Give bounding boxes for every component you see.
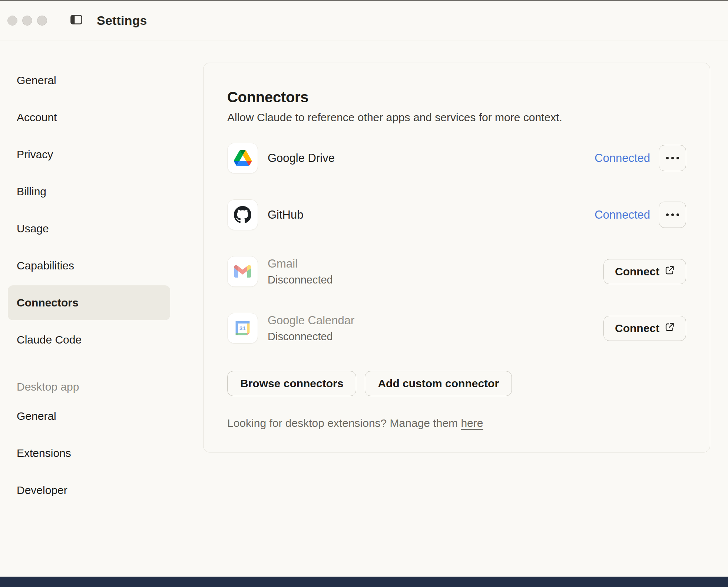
- connector-menu-button[interactable]: [659, 145, 686, 171]
- sidebar-item-account[interactable]: Account: [8, 100, 170, 135]
- titlebar: Settings: [0, 0, 728, 40]
- connect-button-label: Connect: [615, 265, 659, 278]
- desktop-extensions-note: Looking for desktop extensions? Manage t…: [227, 417, 686, 430]
- sidebar-item-usage[interactable]: Usage: [8, 211, 170, 246]
- connect-button[interactable]: Connect: [603, 259, 686, 284]
- connector-status: Disconnected: [268, 273, 333, 286]
- note-text: Looking for desktop extensions? Manage t…: [227, 417, 461, 429]
- sidebar-item-capabilities[interactable]: Capabilities: [8, 248, 170, 283]
- external-link-icon: [665, 322, 675, 335]
- google-calendar-icon: 31: [227, 313, 258, 344]
- minimize-icon[interactable]: [22, 16, 32, 26]
- settings-sidebar: General Account Privacy Billing Usage Ca…: [8, 63, 170, 510]
- sidebar-section-desktop-app: Desktop app: [8, 379, 170, 394]
- close-icon[interactable]: [7, 16, 17, 26]
- google-drive-icon: [227, 143, 258, 173]
- zoom-icon[interactable]: [37, 16, 47, 26]
- sidebar-item-desktop-general[interactable]: General: [8, 399, 170, 434]
- traffic-lights: [7, 16, 47, 26]
- connector-menu-button[interactable]: [659, 202, 686, 228]
- browse-connectors-button[interactable]: Browse connectors: [227, 371, 356, 396]
- gmail-icon: [227, 256, 258, 287]
- add-custom-connector-button[interactable]: Add custom connector: [365, 371, 512, 396]
- sidebar-item-billing[interactable]: Billing: [8, 174, 170, 209]
- connector-row-github: GitHub Connected: [227, 199, 686, 230]
- manage-extensions-link[interactable]: here: [461, 417, 483, 429]
- connector-actions: Browse connectors Add custom connector: [227, 371, 686, 396]
- connector-name: Google Calendar: [268, 314, 354, 327]
- ellipsis-icon: [666, 157, 669, 159]
- window-title: Settings: [97, 13, 147, 28]
- sidebar-item-connectors[interactable]: Connectors: [8, 285, 170, 320]
- connectors-panel: Connectors Allow Claude to reference oth…: [203, 63, 710, 452]
- github-icon: [227, 199, 258, 230]
- svg-text:31: 31: [239, 325, 246, 331]
- connector-row-google-drive: Google Drive Connected: [227, 143, 686, 173]
- connector-row-gmail: Gmail Disconnected Connect: [227, 256, 686, 287]
- sidebar-item-general[interactable]: General: [8, 63, 170, 98]
- connector-status: Disconnected: [268, 330, 354, 343]
- external-link-icon: [665, 265, 675, 278]
- bottom-bar: [0, 577, 728, 587]
- connected-status-link[interactable]: Connected: [595, 208, 650, 222]
- connector-name: Gmail: [268, 257, 333, 271]
- connector-name: Google Drive: [268, 152, 335, 165]
- sidebar-toggle-icon: [70, 15, 82, 26]
- ellipsis-icon: [666, 213, 669, 216]
- connector-row-google-calendar: 31 Google Calendar Disconnected Connect: [227, 313, 686, 344]
- sidebar-item-claude-code[interactable]: Claude Code: [8, 322, 170, 357]
- connected-status-link[interactable]: Connected: [595, 152, 650, 165]
- connect-button[interactable]: Connect: [603, 316, 686, 341]
- connect-button-label: Connect: [615, 322, 659, 335]
- sidebar-item-privacy[interactable]: Privacy: [8, 137, 170, 172]
- sidebar-toggle-button[interactable]: [70, 15, 82, 26]
- sidebar-item-developer[interactable]: Developer: [8, 473, 170, 508]
- sidebar-item-extensions[interactable]: Extensions: [8, 436, 170, 471]
- page-subtitle: Allow Claude to reference other apps and…: [227, 110, 686, 125]
- page-title: Connectors: [227, 89, 686, 105]
- connector-name: GitHub: [268, 208, 303, 222]
